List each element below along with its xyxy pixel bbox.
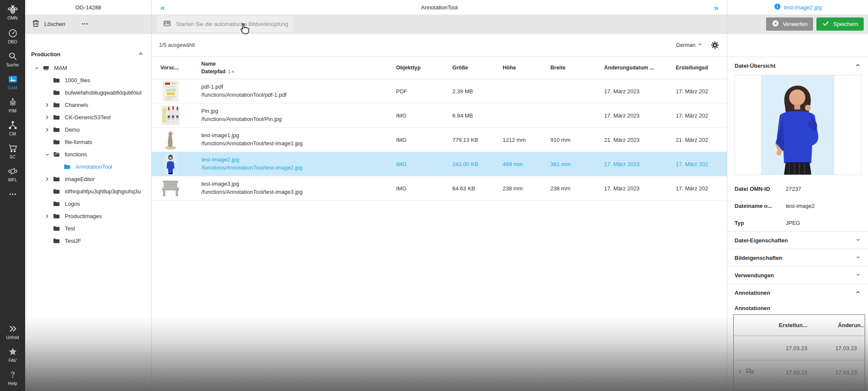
tree-panel: OG-14288 Löschen Production MAM1000_file…: [25, 0, 152, 391]
tree-item-mam[interactable]: MAM: [25, 62, 151, 74]
annotations-table: Erstellun... Änderun.. 17.03.2317.03.23 …: [733, 314, 865, 391]
file-name-cell: test-image3.jpg/functions/AnnotationTool…: [201, 180, 396, 196]
tree-item-productimages[interactable]: Productimages: [25, 210, 151, 222]
chevron-down-icon[interactable]: [31, 66, 42, 71]
start-auto-image-link-button[interactable]: Starten Sie die automatische Bildverknüp…: [156, 15, 295, 33]
save-button[interactable]: Speichern: [816, 17, 864, 31]
tree-item-functions[interactable]: functions: [25, 148, 151, 161]
chevron-right-icon[interactable]: [42, 115, 52, 120]
collapse-left-chevron-icon[interactable]: «: [160, 3, 165, 12]
chevron-right-icon[interactable]: [737, 369, 743, 376]
table-settings-button[interactable]: [710, 40, 720, 50]
tree-root-header[interactable]: Production: [25, 46, 151, 62]
chevron-right-icon[interactable]: [42, 127, 52, 132]
file-modified-cell: 17. März 2023: [604, 185, 676, 192]
collapse-right-chevron-icon[interactable]: »: [714, 3, 718, 12]
table-row-pdf-1.pdf[interactable]: pdf-1.pdf/functions/AnnotationTool/pdf-1…: [152, 79, 727, 104]
save-button-label: Speichern: [833, 21, 858, 27]
discard-button[interactable]: Verwerfen: [766, 17, 813, 31]
tree-item-label: bufwiefahsbliugqwabfiöqubföiul: [65, 89, 142, 96]
section-bildeigenschaften[interactable]: Bildeigenschaften: [727, 249, 868, 266]
file-created-cell: 17. März 202: [676, 161, 727, 167]
tree-item-channels[interactable]: Channels: [25, 99, 151, 111]
folder-icon: [52, 138, 65, 146]
selection-count: 1/5 ausgewählt: [159, 42, 195, 48]
sidebar-item-help[interactable]: Help: [0, 366, 25, 389]
tree-item-annotationtool[interactable]: AnnotationTool: [25, 161, 151, 173]
table-row-test-image2.jpg[interactable]: test-image2.jpg/functions/AnnotationTool…: [152, 152, 727, 176]
comments-icon: [745, 368, 755, 377]
tree-item-1000_files[interactable]: 1000_files: [25, 74, 151, 86]
column-header-type[interactable]: Objekttyp: [396, 65, 452, 71]
sidebar-item-unfold[interactable]: Unfold: [0, 320, 25, 343]
chevron-right-icon[interactable]: [42, 213, 52, 219]
sidebar-item-suche[interactable]: Suche: [0, 48, 25, 71]
chevron-right-icon[interactable]: [42, 102, 52, 108]
tree-item-file-formats[interactable]: file-formats: [25, 136, 151, 148]
tree-item-iöfhrquihfpu3qhfiup3qhgiuhq3u[interactable]: iöfhrquihfpu3qhfiup3qhgiuhq3u: [25, 185, 151, 198]
column-header-name[interactable]: Name Dateipfad1 ˄: [201, 60, 396, 75]
file-path: /functions/AnnotationTool/Pin.jpg: [201, 115, 396, 124]
column-header-created[interactable]: Erstellungsd: [676, 65, 727, 71]
tree-item-testjf[interactable]: TestJF: [25, 235, 151, 247]
table-row-test-image1.jpg[interactable]: test-image1.jpg/functions/AnnotationTool…: [152, 128, 727, 152]
tree-item-ck-generics3test[interactable]: CK-GenericS3Test: [25, 111, 151, 124]
folder-icon: [52, 237, 65, 244]
sidebar-item-sc[interactable]: SC: [0, 140, 25, 163]
tree-item-test[interactable]: Test: [25, 222, 151, 235]
sidebar-item-label: OMN: [8, 16, 18, 20]
sidebar-item-cm[interactable]: CM: [0, 117, 25, 140]
chevron-right-icon[interactable]: [42, 176, 52, 182]
language-label: German: [676, 42, 695, 48]
sidebar-item-dam[interactable]: DAM: [0, 71, 25, 94]
delete-button[interactable]: Löschen: [31, 19, 65, 29]
sidebar-item-pim[interactable]: PIM: [0, 94, 25, 117]
column-header-modified[interactable]: Änderungsdatum ...: [604, 65, 676, 71]
section-annotations[interactable]: Annotationen: [727, 284, 868, 301]
file-table-header: Vorsc... Name Dateipfad1 ˄ Objekttyp Grö…: [152, 57, 727, 79]
annotation-column-created[interactable]: Erstellun...: [770, 322, 818, 328]
annotation-row-1[interactable]: 17.03.2317.03.23: [734, 336, 865, 360]
file-created-cell: 17. März 202: [676, 185, 727, 192]
overview-field-typ: TypJPEG: [727, 214, 868, 231]
file-size-cell: 2.39 MB: [452, 88, 503, 95]
field-value: test-image2: [786, 203, 815, 209]
file-type-cell: IMG: [396, 161, 452, 167]
main-panel-title: AnnotationTool: [152, 4, 727, 11]
language-dropdown[interactable]: German: [676, 42, 703, 48]
sidebar-item-dbd[interactable]: DBD: [0, 25, 25, 48]
more-actions-button[interactable]: [80, 19, 90, 29]
column-header-preview[interactable]: Vorsc...: [160, 65, 201, 71]
column-header-size[interactable]: Größe: [452, 65, 503, 71]
chevron-down-icon[interactable]: [42, 152, 52, 157]
annotation-row-leading: [734, 368, 770, 377]
preview-thumbnail-cell: [160, 153, 201, 175]
pdf-document-thumbnail: [160, 80, 181, 102]
file-height-cell: 1212 mm: [503, 137, 550, 143]
sidebar-item-label: SC: [9, 155, 15, 159]
section-file-overview[interactable]: Datei-Übersicht: [727, 57, 868, 74]
tree-item-demo[interactable]: Demo: [25, 124, 151, 136]
dashboard-icon: [8, 28, 18, 38]
sidebar-item-label: DBD: [8, 40, 17, 44]
table-row-test-image3.jpg[interactable]: test-image3.jpg/functions/AnnotationTool…: [152, 176, 727, 201]
sidebar-item-wfl[interactable]: WFL: [0, 163, 25, 186]
table-row-Pin.jpg[interactable]: Pin.jpg/functions/AnnotationTool/Pin.jpg…: [152, 104, 727, 128]
field-value: 27237: [786, 186, 801, 192]
section-verwendungen[interactable]: Verwendungen: [727, 266, 868, 284]
tree-item-imageeditor[interactable]: ImageEditor: [25, 173, 151, 185]
column-header-height[interactable]: Höhe: [503, 65, 550, 71]
workflow-loop-icon: [7, 166, 18, 176]
sidebar-item-label: PIM: [9, 109, 16, 113]
sidebar-item-fav[interactable]: FAV: [0, 343, 25, 366]
annotation-column-modified[interactable]: Änderun..: [818, 322, 865, 328]
sidebar-item-more[interactable]: [0, 186, 25, 203]
section-datei-eigenschaften[interactable]: Datei-Eigenschaften: [727, 231, 868, 249]
tree-item-label: iöfhrquihfpu3qhfiup3qhgiuhq3u: [65, 188, 141, 195]
column-header-width[interactable]: Breite: [550, 65, 604, 71]
tree-item-bufwiefahsbliugqwabfiöqubföiul[interactable]: bufwiefahsbliugqwabfiöqubföiul: [25, 86, 151, 99]
sidebar-item-omn[interactable]: OMN: [0, 2, 25, 25]
annotation-row-2[interactable]: 17.03.2317.03.23: [734, 360, 865, 385]
tree-item-logos[interactable]: Logos: [25, 198, 151, 210]
bee-logo-icon: [7, 4, 18, 14]
